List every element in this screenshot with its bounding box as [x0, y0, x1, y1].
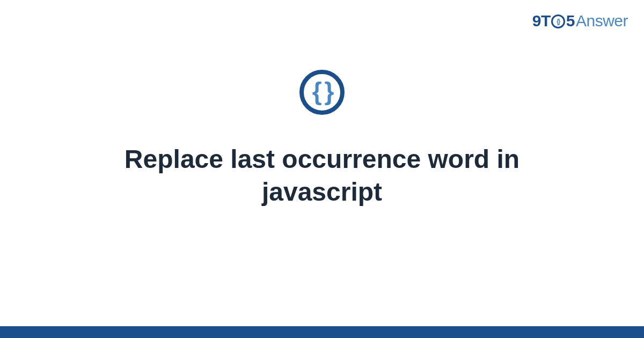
- curly-braces-icon: { }: [312, 79, 332, 104]
- logo-ring-icon: {}: [551, 14, 565, 28]
- logo-nine: 9: [532, 12, 541, 30]
- page-root: 9 T {} 5 Answer { } Replace last occurre…: [0, 0, 644, 338]
- topic-icon-circle: { }: [299, 70, 345, 115]
- main-content: { } Replace last occurrence word in java…: [0, 70, 644, 209]
- logo-ring-glyph: {}: [557, 18, 559, 25]
- question-title: Replace last occurrence word in javascri…: [54, 143, 590, 209]
- logo-answer: Answer: [576, 12, 628, 30]
- site-logo: 9 T {} 5 Answer: [532, 12, 628, 30]
- logo-five: 5: [566, 12, 575, 30]
- logo-t: T: [541, 12, 551, 30]
- footer-bar: [0, 326, 644, 338]
